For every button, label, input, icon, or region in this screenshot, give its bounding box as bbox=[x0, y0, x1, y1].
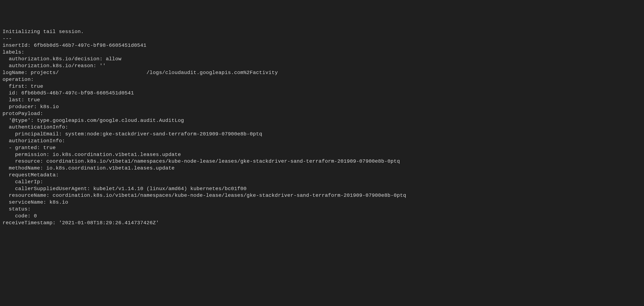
terminal-output: Initializing tail session. --- insertId:… bbox=[2, 28, 642, 226]
